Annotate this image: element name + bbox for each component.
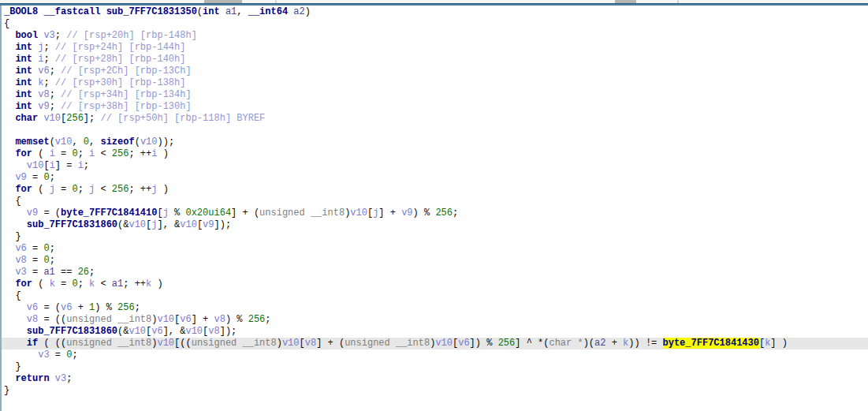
local-var-token[interactable]: v3 [38, 349, 49, 361]
local-var-token[interactable]: v6 [38, 65, 49, 77]
pseudocode-pane[interactable]: _BOOL8 __fastcall sub_7FF7C1831350(int a… [0, 6, 868, 411]
code-line[interactable]: v6 = (v6 + 1) % 256; [2, 302, 868, 314]
local-var-token[interactable]: v6 [27, 302, 38, 313]
local-var-token[interactable]: v9 [27, 207, 38, 219]
code-line[interactable]: v3 = a1 == 26; [2, 267, 868, 278]
local-var-token[interactable]: i [78, 160, 84, 171]
local-var-token[interactable]: i [50, 160, 55, 171]
local-var-token[interactable]: v10 [157, 314, 174, 325]
plain-token: ; [43, 54, 54, 65]
local-var-token[interactable]: i [50, 148, 55, 159]
local-var-token[interactable]: v8 [15, 255, 26, 266]
local-var-token[interactable]: v10 [55, 136, 73, 148]
local-var-token[interactable]: j [50, 184, 55, 195]
local-var-token[interactable]: v3 [43, 30, 54, 41]
code-line[interactable]: bool v3; // [rsp+20h] [rbp-148h] [2, 30, 868, 42]
code-line[interactable]: sub_7FF7C1831860(&v10[v6], &v10[v8]); [2, 326, 868, 338]
local-var-token[interactable]: j [163, 207, 169, 219]
plain-token: = [55, 278, 73, 290]
plain-token: ; [43, 77, 54, 88]
code-line-current[interactable]: if ( ((unsigned __int8)v10[((unsigned __… [2, 338, 868, 349]
code-line[interactable]: { [2, 18, 868, 30]
local-var-token[interactable]: v9 [203, 219, 214, 230]
code-line[interactable]: v8 = 0; [2, 255, 868, 267]
local-var-token[interactable]: v10 [180, 219, 197, 230]
local-var-token[interactable]: v6 [61, 302, 72, 313]
code-area[interactable]: _BOOL8 __fastcall sub_7FF7C1831350(int a… [2, 6, 868, 397]
argument-token[interactable]: a1 [225, 6, 237, 17]
code-line[interactable]: for ( k = 0; k < a1; ++k ) [2, 278, 868, 290]
local-var-token[interactable]: v8 [208, 326, 219, 337]
code-line[interactable]: int k; // [rsp+30h] [rbp-138h] [2, 77, 868, 89]
plain-token: ], & [157, 219, 180, 230]
argument-token[interactable]: a2 [594, 338, 605, 349]
local-var-token[interactable]: v9 [401, 207, 412, 219]
code-line[interactable]: v9 = 0; [2, 172, 868, 184]
local-var-token[interactable]: v10 [129, 219, 146, 230]
code-line[interactable]: for ( i = 0; i < 256; ++i ) [2, 148, 868, 160]
code-line[interactable]: sub_7FF7C1831860(&v10[j], &v10[v9]); [2, 219, 868, 231]
code-line[interactable]: } [2, 385, 868, 397]
code-line[interactable]: { [2, 196, 868, 207]
code-line[interactable]: int v6; // [rsp+2Ch] [rbp-13Ch] [2, 65, 868, 77]
number-token: 256 [112, 184, 129, 195]
local-var-token[interactable]: v10 [350, 207, 367, 219]
code-line[interactable]: memset(v10, 0, sizeof(v10)); [2, 136, 868, 148]
symbol-token[interactable]: byte_7FF7C1841410 [61, 207, 157, 219]
plain-token [4, 207, 27, 219]
local-var-token[interactable]: v6 [458, 338, 469, 349]
code-line[interactable]: int v9; // [rsp+38h] [rbp-130h] [2, 101, 868, 113]
argument-token[interactable]: a1 [43, 267, 54, 278]
plain-token: )( [583, 338, 594, 349]
code-line[interactable]: } [2, 361, 868, 373]
local-var-token[interactable]: v10 [43, 113, 61, 124]
code-line[interactable]: int v8; // [rsp+34h] [rbp-134h] [2, 89, 868, 101]
local-var-token[interactable]: v10 [185, 326, 203, 337]
local-var-token[interactable]: k [50, 278, 55, 290]
local-var-token[interactable]: v10 [140, 136, 158, 148]
code-line[interactable]: v9 = (byte_7FF7C1841410[j % 0x20ui64] + … [2, 207, 868, 219]
symbol-token[interactable]: sub_7FF7C1831350 [106, 6, 197, 17]
argument-token[interactable]: a1 [112, 278, 123, 290]
local-var-token[interactable]: v10 [282, 338, 300, 349]
code-line[interactable]: _BOOL8 __fastcall sub_7FF7C1831350(int a… [2, 6, 868, 18]
highlighted-symbol-token[interactable]: byte_7FF7C1841430 [663, 338, 759, 349]
symbol-token[interactable]: memset [15, 136, 49, 148]
local-var-token[interactable]: v10 [435, 338, 453, 349]
argument-token[interactable]: a2 [293, 6, 304, 17]
code-line[interactable]: int i; // [rsp+28h] [rbp-140h] [2, 54, 868, 65]
local-var-token[interactable]: v10 [129, 326, 146, 337]
local-var-token[interactable]: v8 [27, 314, 38, 325]
code-line[interactable]: v3 = 0; [2, 349, 868, 361]
code-line[interactable]: } [2, 231, 868, 243]
local-var-token[interactable]: v3 [15, 267, 26, 278]
local-var-token[interactable]: v6 [15, 243, 26, 254]
code-line[interactable]: v6 = 0; [2, 243, 868, 255]
plain-token: { [4, 196, 21, 207]
code-line[interactable]: { [2, 290, 868, 302]
local-var-token[interactable]: v6 [180, 314, 191, 325]
keyword-token: int [15, 54, 32, 65]
code-line[interactable] [2, 125, 868, 136]
plain-token [4, 30, 15, 41]
plain-token: + [72, 302, 89, 313]
code-line[interactable]: int j; // [rsp+24h] [rbp-144h] [2, 42, 868, 54]
code-line[interactable]: return v3; [2, 373, 868, 385]
local-var-token[interactable]: v6 [151, 326, 162, 337]
code-line[interactable]: v8 = ((unsigned __int8)v10[v6] + v8) % 2… [2, 314, 868, 326]
local-var-token[interactable]: v10 [27, 160, 44, 171]
code-line[interactable]: v10[i] = i; [2, 160, 868, 172]
local-var-token[interactable]: v9 [15, 172, 26, 183]
plain-token: ]); [214, 219, 231, 230]
code-line[interactable]: for ( j = 0; j < 256; ++j ) [2, 184, 868, 196]
local-var-token[interactable]: v3 [55, 373, 66, 384]
code-line[interactable]: char v10[256]; // [rsp+50h] [rbp-118h] B… [2, 113, 868, 125]
local-var-token[interactable]: v8 [38, 89, 49, 100]
symbol-token[interactable]: sub_7FF7C1831860 [27, 219, 117, 230]
symbol-token[interactable]: sub_7FF7C1831860 [27, 326, 117, 337]
plain-token [4, 136, 15, 148]
local-var-token[interactable]: v9 [38, 101, 49, 112]
local-var-token[interactable]: v10 [157, 338, 174, 349]
local-var-token[interactable]: v8 [214, 314, 225, 325]
local-var-token[interactable]: v8 [305, 338, 316, 349]
